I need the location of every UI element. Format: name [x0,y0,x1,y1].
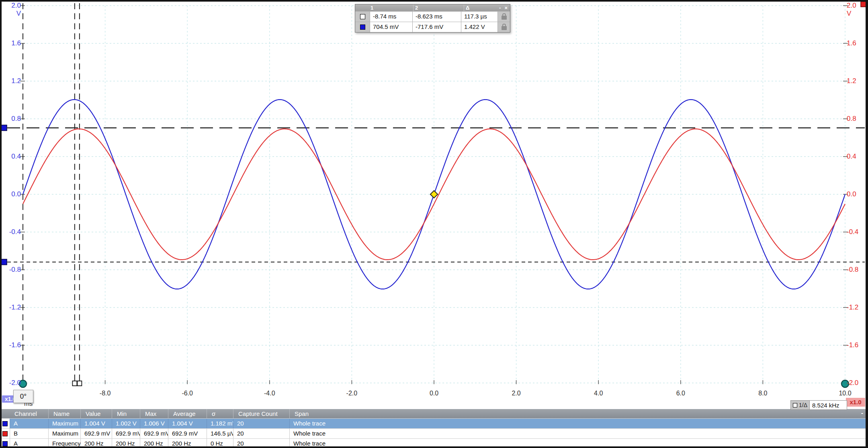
measurement-cell: 200 Hz [168,439,207,448]
column-header-min[interactable]: Min [112,409,140,418]
left-axis-tick-label: 0.4 [1,153,21,160]
left-axis-tick-label: -1.2 [1,304,21,311]
measurement-cell: 692.9 mV [168,429,207,438]
time-ruler-square-icon [793,403,797,407]
x-axis-tick-label: -4.0 [256,390,284,397]
ruler-legend-col1: 1 [370,4,413,11]
measurement-cell: 1.006 V [140,419,168,428]
column-header-capture-count[interactable]: Capture Count [233,409,289,418]
time-ruler-handle-2[interactable] [77,381,82,386]
ruler-legend-body: -8.74 ms-8.623 ms117.3 µs704.5 mV-717.6 … [355,11,510,32]
measurement-cell: 146.5 µV [207,429,233,438]
frequency-readout: 1/Δ 8.524 kHz [790,400,847,410]
left-axis-tick-label: 2.0 [1,2,21,9]
right-axis-tick-label: -1.2 [847,304,867,311]
column-header-max[interactable]: Max [140,409,168,418]
lock-icon[interactable] [502,16,507,20]
x-axis-tick-label: 8.0 [749,390,777,397]
x-axis-tick-label: 10.0 [831,390,859,397]
measurement-cell: Maximum [48,429,80,438]
column-header-name[interactable]: Name [48,409,80,418]
measurement-cell: 20 [233,429,289,438]
x-axis-tick-label: -8.0 [91,390,119,397]
ruler-value: -8.623 ms [412,12,461,22]
ruler-legend[interactable]: 1 2 Δ - × -8.74 ms-8.623 ms117.3 µs704.5… [355,4,510,33]
ruler-legend-col2: 2 [413,4,464,11]
left-axis-tick-label: 0.8 [1,115,21,122]
channel-color-icon [2,431,8,436]
phase-ruler-tooltip: 0° [13,390,33,403]
x-axis-tick-label: -6.0 [173,390,201,397]
left-axis-tick-label: 1.2 [1,77,21,85]
channel-color-icon [2,441,8,446]
time-ruler-square-icon [360,14,365,19]
ruler-legend-row: -8.74 ms-8.623 ms117.3 µs [355,11,510,22]
right-axis-tick-label: -2.0 [847,379,867,387]
left-axis-tick-label: 1.6 [1,40,21,47]
channel-color-icon [2,421,8,426]
column-header-σ[interactable]: σ [207,409,233,418]
trigger-marker-icon[interactable] [430,191,438,198]
frequency-readout-label: 1/Δ [799,402,807,408]
measurement-cell: Whole trace [289,439,868,448]
column-header-channel[interactable]: Channel [10,409,48,418]
measurement-cell: 200 Hz [112,439,140,448]
oscilloscope-window: 2.01.61.20.80.40.0-0.4-0.8-1.2-1.6-2.0 2… [0,0,868,448]
column-header-span[interactable]: Span [289,409,868,418]
voltage-ruler-square-icon [360,24,365,30]
ruler-legend-minimize-button[interactable]: - [499,4,501,11]
measurement-cell: 0 Hz [207,439,233,448]
measurement-cell: Frequency [48,439,80,448]
ruler-value: 704.5 mV [370,22,412,32]
measurement-cell: 20 [233,439,289,448]
ruler-value: -717.6 mV [412,22,461,32]
x-axis-tick-label: 0.0 [420,390,448,397]
measurement-cell: 20 [233,419,289,428]
left-axis-tick-label: -0.8 [1,266,21,273]
ruler-legend-row: 704.5 mV-717.6 mV1.422 V [355,22,510,32]
right-zoom-badge[interactable]: x1.0 [846,398,865,407]
measurement-cell: Whole trace [289,429,868,438]
right-axis-unit: V [847,10,867,17]
waveform-plot[interactable] [0,0,868,409]
time-ruler-handle-1[interactable] [72,381,77,386]
ruler-value: -8.74 ms [370,12,412,22]
ruler-value: 1.422 V [461,22,497,32]
lock-icon[interactable] [502,26,507,30]
left-axis-tick-label: 0.0 [1,191,21,198]
x-axis-tick-label: 2.0 [502,390,530,397]
right-axis-tick-label: -1.6 [847,342,867,349]
ruler-legend-col3: Δ [464,4,502,11]
left-axis-tick-label: -1.6 [1,342,21,349]
measurement-cell: A [10,439,48,448]
measurement-cell: 1.004 V [80,419,112,428]
voltage-ruler-handle-2[interactable] [1,259,7,265]
right-axis-tick-label: 1.2 [847,77,867,85]
measurement-row[interactable]: BMaximum692.9 mV692.9 mV692.9 mV692.9 mV… [0,429,868,439]
column-header-value[interactable]: Value [80,409,112,418]
measurement-cell: 200 Hz [140,439,168,448]
measurement-cell: 692.9 mV [112,429,140,438]
left-axis-unit: V [1,10,21,17]
left-axis-tick-label: -2.0 [1,379,21,387]
ruler-legend-titlebar[interactable]: 1 2 Δ - × [355,4,510,11]
column-header-average[interactable]: Average [168,409,207,418]
measurement-cell: 692.9 mV [140,429,168,438]
measurement-cell: 200 Hz [80,439,112,448]
measurement-cell: A [10,419,48,428]
voltage-ruler-handle-1[interactable] [1,125,7,130]
measurements-table: ChannelNameValueMinMaxAverageσCapture Co… [0,409,868,448]
measurements-body: AMaximum1.004 V1.002 V1.006 V1.004 V1.18… [0,419,868,448]
x-axis-tick-label: 4.0 [584,390,612,397]
measurement-cell: Maximum [48,419,80,428]
x-axis-tick-label: 6.0 [667,390,695,397]
measurement-cell: Whole trace [289,419,868,428]
right-axis-tick-label: 1.6 [847,40,867,47]
measurement-row[interactable]: AFrequency200 Hz200 Hz200 Hz200 Hz0 Hz20… [0,439,868,448]
measurement-cell: 1.002 V [112,419,140,428]
frequency-readout-value: 8.524 kHz [810,400,847,410]
measurement-row[interactable]: AMaximum1.004 V1.002 V1.006 V1.004 V1.18… [0,419,868,429]
measurements-minimize-button[interactable]: - [861,408,863,417]
right-axis-tick-label: -0.8 [847,266,867,273]
ruler-legend-close-button[interactable]: × [504,4,508,11]
